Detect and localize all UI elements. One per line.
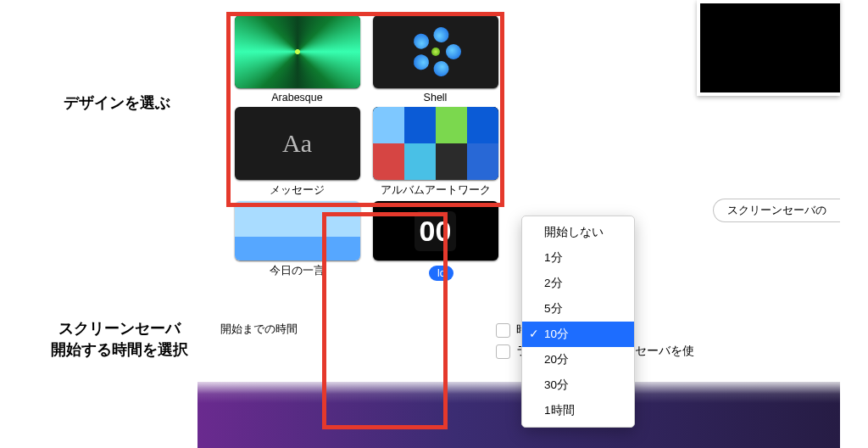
saver-label: Shell <box>370 92 501 104</box>
saver-tile-arabesque[interactable]: Arabesque <box>231 15 363 104</box>
saver-tile-shell[interactable]: Shell <box>370 15 501 104</box>
checkbox-box-icon <box>496 344 510 359</box>
saver-tile-fliqlo[interactable]: 00 lo <box>370 201 501 278</box>
saver-thumb-arabesque <box>235 15 360 88</box>
saver-label: 今日の一言 <box>231 264 363 278</box>
selected-app-pill: lo <box>429 266 453 281</box>
kotoba-band: 喉ば回れ <box>235 238 360 255</box>
message-glyph: Aa <box>282 129 312 158</box>
start-delay-option[interactable]: 1分 <box>522 245 634 271</box>
callout-choose-time-line1: スクリーンセーバ <box>58 320 181 337</box>
start-delay-menu[interactable]: 開始しない1分2分5分10分20分30分1時間 <box>521 216 635 428</box>
saver-tile-artwork[interactable]: アルバムアートワーク <box>370 107 501 198</box>
saver-label: アルバムアートワーク <box>370 183 501 198</box>
kotoba-kanji: 千言万語 <box>242 208 326 238</box>
saver-thumb-artwork <box>373 107 498 180</box>
saver-label: メッセージ <box>231 183 363 198</box>
saver-thumb-message: Aa <box>235 107 360 180</box>
start-delay-option[interactable]: 20分 <box>522 347 634 372</box>
callout-choose-time: スクリーンセーバ 開始する時間を選択 <box>51 318 188 360</box>
start-delay-option[interactable]: 開始しない <box>522 220 634 245</box>
saver-thumb-shell <box>373 15 498 88</box>
saver-tile-message[interactable]: Aa メッセージ <box>231 107 363 198</box>
screensaver-live-preview <box>697 0 840 96</box>
saver-tile-kotoba[interactable]: 千言万語 喉ば回れ 今日の一言 <box>231 201 363 278</box>
screensaver-options-button[interactable]: スクリーンセーバの <box>713 199 840 222</box>
saver-thumb-fliqlo: 00 <box>373 201 498 260</box>
start-delay-option[interactable]: 10分 <box>522 322 634 347</box>
start-delay-option[interactable]: 30分 <box>522 372 634 398</box>
checkbox-box-icon <box>496 323 510 338</box>
start-delay-option[interactable]: 5分 <box>522 296 634 322</box>
callout-choose-time-line2: 開始する時間を選択 <box>51 341 188 358</box>
desktop-dock-backdrop <box>198 382 840 448</box>
callout-choose-design: デザインを選ぶ <box>64 92 170 114</box>
saver-thumb-kotoba: 千言万語 喉ば回れ <box>235 201 360 260</box>
saver-label: Arabesque <box>231 92 363 104</box>
flower-icon <box>420 36 451 67</box>
fliqlo-digits: 00 <box>415 211 457 251</box>
start-delay-option[interactable]: 2分 <box>522 271 634 296</box>
start-delay-option[interactable]: 1時間 <box>522 398 634 423</box>
start-delay-label: 開始までの時間 <box>220 322 298 337</box>
